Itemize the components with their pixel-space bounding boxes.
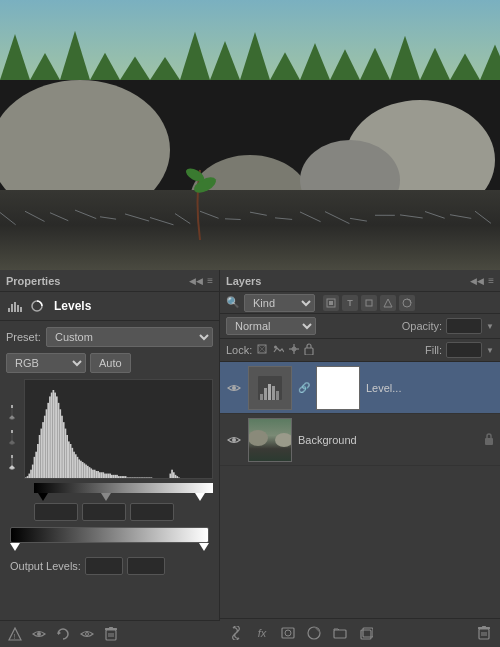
- svg-rect-33: [260, 394, 263, 400]
- shape-filter-icon[interactable]: [361, 295, 377, 311]
- properties-panel: Properties ◀◀ ≡: [0, 270, 220, 647]
- lock-transparency-icon[interactable]: [256, 343, 268, 357]
- channel-row: RGB Red Green Blue Auto: [6, 353, 213, 373]
- preset-select[interactable]: Custom Default Darker Increase Contrast …: [46, 327, 213, 347]
- properties-header-right: ◀◀ ≡: [189, 275, 213, 286]
- type-filter-icon[interactable]: T: [342, 295, 358, 311]
- link-layers-icon[interactable]: [226, 623, 246, 643]
- svg-marker-12: [58, 631, 61, 635]
- svg-point-38: [232, 438, 236, 442]
- lock-position-icon[interactable]: [288, 343, 300, 357]
- opacity-input[interactable]: 100%: [446, 318, 482, 334]
- output-max-input[interactable]: 255: [127, 557, 165, 575]
- levels-label: Levels: [54, 299, 91, 313]
- background-layer-thumb: [248, 418, 292, 462]
- svg-point-11: [37, 632, 41, 636]
- smart-filter-icon[interactable]: [380, 295, 396, 311]
- eyedroppers: [6, 379, 20, 479]
- layers-title: Layers: [226, 275, 261, 287]
- svg-rect-4: [20, 307, 22, 312]
- layer-visibility-levels[interactable]: [226, 380, 242, 396]
- search-icon: 🔍: [226, 296, 240, 309]
- blend-mode-select[interactable]: Normal Dissolve Multiply Screen Overlay: [226, 317, 316, 335]
- new-layer-icon[interactable]: [356, 623, 376, 643]
- warning-icon[interactable]: !: [6, 625, 24, 643]
- svg-rect-22: [366, 300, 372, 306]
- svg-rect-19: [109, 627, 113, 629]
- output-right-handle[interactable]: [199, 543, 209, 551]
- output-gradient: [10, 527, 209, 543]
- black-level-input[interactable]: 10: [34, 503, 78, 521]
- preset-row: Preset: Custom Default Darker Increase C…: [6, 327, 213, 347]
- kind-select[interactable]: Kind Name Effect Mode Attribute Color: [244, 294, 315, 312]
- levels-layer-name: Level...: [366, 382, 494, 394]
- svg-rect-39: [485, 438, 493, 445]
- svg-point-31: [232, 386, 236, 390]
- lock-fill-row: Lock: Fill: 100% ▼: [220, 339, 500, 362]
- layers-list: 🔗 Level... Background: [220, 362, 500, 562]
- delete-layer-icon[interactable]: [474, 623, 494, 643]
- levels-adjustment-thumb: [248, 366, 292, 410]
- properties-toolbar: Levels: [0, 292, 219, 321]
- previous-icon[interactable]: [78, 625, 96, 643]
- svg-rect-2: [14, 302, 16, 312]
- gray-eyedropper[interactable]: [6, 429, 20, 450]
- svg-rect-52: [482, 626, 486, 628]
- midpoint-handle[interactable]: [101, 493, 111, 501]
- layer-visibility-background[interactable]: [226, 432, 242, 448]
- blend-opacity-row: Normal Dissolve Multiply Screen Overlay …: [220, 314, 500, 339]
- output-label: Output Levels:: [10, 560, 81, 572]
- adjust-filter-icon[interactable]: [399, 295, 415, 311]
- filter-icons: T: [323, 295, 415, 311]
- properties-title: Properties: [6, 275, 60, 287]
- new-group-icon[interactable]: [330, 623, 350, 643]
- input-slider-track[interactable]: [34, 483, 213, 497]
- layers-collapse-icon[interactable]: ◀◀: [470, 276, 484, 286]
- circle-icon-btn[interactable]: [28, 297, 46, 315]
- properties-menu-icon[interactable]: ≡: [207, 275, 213, 286]
- delete-prop-icon[interactable]: [102, 625, 120, 643]
- histogram-section: [6, 379, 213, 479]
- layers-bottom-toolbar: fx: [220, 618, 500, 647]
- svg-point-42: [285, 630, 291, 636]
- layers-panel-header: Layers ◀◀ ≡: [220, 270, 500, 292]
- layer-item-levels[interactable]: 🔗 Level...: [220, 362, 500, 414]
- lock-all-icon[interactable]: [304, 343, 314, 357]
- pixel-filter-icon[interactable]: [323, 295, 339, 311]
- add-mask-icon[interactable]: [278, 623, 298, 643]
- mid-level-input[interactable]: 1.00: [82, 503, 126, 521]
- fill-input[interactable]: 100%: [446, 342, 482, 358]
- black-point-handle[interactable]: [38, 493, 48, 501]
- channel-select[interactable]: RGB Red Green Blue: [6, 353, 86, 373]
- add-adjustment-icon[interactable]: [304, 623, 324, 643]
- fx-icon[interactable]: fx: [252, 623, 272, 643]
- panels-row: Properties ◀◀ ≡: [0, 270, 500, 647]
- auto-button[interactable]: Auto: [90, 353, 131, 373]
- output-label-row: Output Levels: 0 255: [10, 557, 209, 575]
- histogram-icon-btn[interactable]: [6, 297, 24, 315]
- lock-image-icon[interactable]: [272, 343, 284, 357]
- svg-rect-8: [11, 455, 13, 458]
- lock-label: Lock:: [226, 344, 252, 356]
- output-left-handle[interactable]: [10, 543, 20, 551]
- white-point-handle[interactable]: [195, 493, 205, 501]
- white-level-input[interactable]: 233: [130, 503, 174, 521]
- svg-rect-37: [276, 391, 279, 400]
- output-min-input[interactable]: 0: [85, 557, 123, 575]
- histogram-area: [24, 379, 213, 479]
- layers-filter-row: 🔍 Kind Name Effect Mode Attribute Color …: [220, 292, 500, 314]
- layer-item-background[interactable]: Background: [220, 414, 500, 466]
- layers-menu-icon[interactable]: ≡: [488, 275, 494, 286]
- svg-rect-44: [334, 630, 346, 638]
- black-eyedropper[interactable]: [6, 404, 20, 425]
- fill-arrow[interactable]: ▼: [486, 346, 494, 355]
- svg-rect-36: [272, 386, 275, 400]
- properties-bottom-toolbar: !: [0, 620, 220, 647]
- properties-collapse-icon[interactable]: ◀◀: [189, 276, 203, 286]
- visibility-icon[interactable]: [30, 625, 48, 643]
- white-eyedropper[interactable]: [6, 454, 20, 475]
- reset-icon[interactable]: [54, 625, 72, 643]
- input-values-row: 10 1.00 233: [34, 503, 209, 521]
- opacity-arrow[interactable]: ▼: [486, 322, 494, 331]
- svg-rect-21: [329, 301, 333, 305]
